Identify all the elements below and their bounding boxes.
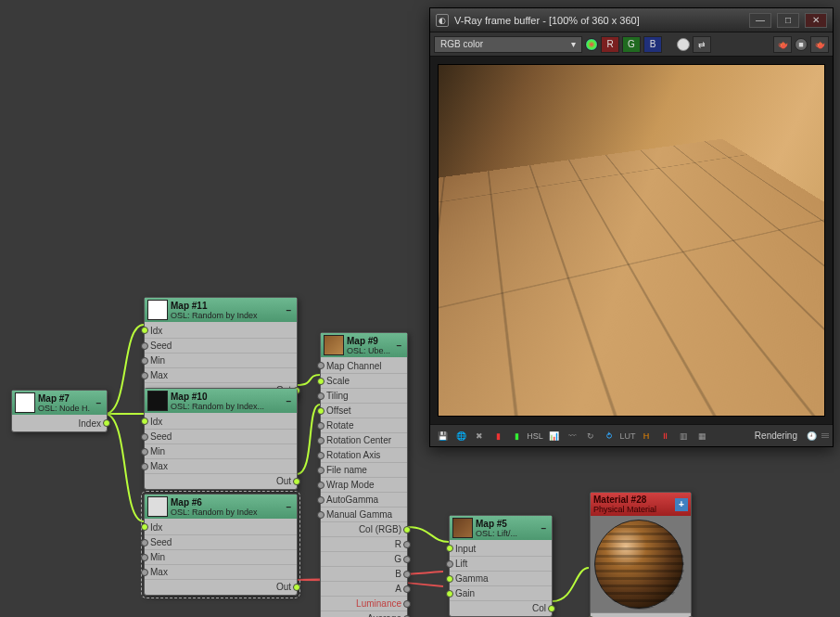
output-socket[interactable] [591,612,691,617]
input-socket[interactable]: Lift [450,556,552,571]
input-socket[interactable]: Max [145,458,297,473]
socket-label: Col [532,603,546,613]
input-socket[interactable]: Seed [145,429,297,443]
input-socket[interactable]: Offset [321,403,407,418]
input-socket[interactable]: Min [145,549,297,564]
node-header[interactable]: Map #7 OSL: Node H... – [12,391,107,415]
output-socket[interactable]: B [321,566,407,581]
input-socket[interactable]: Scale [321,373,407,388]
input-socket[interactable]: Seed [145,534,297,549]
input-socket[interactable]: Seed [145,338,297,353]
node-header[interactable]: Map #10 OSL: Random by Index... – [145,389,297,413]
close-button[interactable]: ✕ [805,13,827,28]
teapot-icon[interactable]: 🫖 [773,36,792,53]
node-map7[interactable]: Map #7 OSL: Node H... – Index [11,390,108,432]
node-map11[interactable]: Map #11 OSL: Random by Index – Idx Seed … [144,297,298,399]
lut-icon[interactable]: LUT [619,429,636,443]
maximize-button[interactable]: □ [777,13,799,28]
rgb-icon[interactable] [585,38,598,51]
green-bar-icon[interactable]: ▮ [508,429,525,443]
collapse-icon[interactable]: – [283,305,294,315]
input-socket[interactable]: Rotation Axis [321,447,407,462]
node-title: Map #11 [171,301,280,311]
input-socket[interactable]: Tiling [321,388,407,403]
render-viewport[interactable] [430,57,833,424]
node-header[interactable]: Map #5 OSL: Lift/... – [450,516,552,540]
input-socket[interactable]: Idx [145,414,297,429]
output-socket[interactable]: Out [145,473,297,488]
input-socket[interactable]: Input [450,541,552,556]
input-socket[interactable]: Rotate [321,418,407,432]
node-map9[interactable]: Map #9 OSL: Ube... – Map Channel Scale T… [320,332,408,617]
input-socket[interactable]: Wrap Mode [321,477,407,492]
output-socket[interactable]: Col [450,600,552,615]
input-socket[interactable]: Gamma [450,571,552,585]
grid-icon[interactable]: ▦ [694,429,710,443]
teapot-render-icon[interactable]: 🫖 [810,36,829,53]
output-socket[interactable]: A [321,581,407,596]
input-socket[interactable]: Min [145,353,297,367]
swap-button[interactable]: ⇄ [693,36,711,53]
output-socket[interactable]: Index [12,416,107,431]
red-bar-icon[interactable]: ▮ [490,429,506,443]
output-socket[interactable]: R [321,536,407,551]
window-titlebar[interactable]: ◐ V-Ray frame buffer - [100% of 360 x 36… [430,8,833,32]
red-channel-button[interactable]: R [601,36,619,53]
output-socket[interactable]: Col (RGB) [321,521,407,536]
input-socket[interactable]: File name [321,462,407,477]
expand-icon[interactable]: + [675,498,688,511]
node-material[interactable]: Material #28 Physical Material + [590,492,692,617]
output-socket[interactable]: G [321,551,407,566]
output-socket[interactable]: Out [145,579,297,594]
input-socket[interactable]: Idx [145,520,297,534]
input-socket[interactable]: Map Channel [321,358,407,373]
input-socket[interactable]: Max [145,367,297,382]
socket-label: Scale [326,376,350,386]
levels-icon[interactable]: 📊 [545,429,562,443]
hsl-icon[interactable]: HSL [527,429,543,443]
input-socket[interactable]: Rotation Center [321,432,407,447]
channel-dropdown[interactable]: RGB color▾ [434,36,582,53]
input-socket[interactable]: Manual Gamma [321,507,407,521]
input-socket[interactable]: Gain [450,585,552,600]
green-channel-button[interactable]: G [622,36,641,53]
input-socket[interactable]: Min [145,443,297,458]
node-subtitle: Physical Material [593,505,672,514]
output-socket[interactable]: Average [321,611,407,617]
collapse-icon[interactable]: – [283,502,294,512]
resize-grip[interactable] [821,433,829,438]
refresh-icon[interactable]: ↻ [582,429,599,443]
mono-button[interactable] [677,38,690,51]
socket-label: Max [150,567,168,577]
render-image [438,64,825,417]
clear-icon[interactable]: ✖ [471,429,488,443]
socket-label: File name [326,465,367,475]
pause-icon[interactable]: ⏸ [656,429,673,443]
node-map10[interactable]: Map #10 OSL: Random by Index... – Idx Se… [144,388,298,490]
collapse-icon[interactable]: – [538,523,549,533]
output-socket[interactable]: Luminance [321,596,407,611]
input-socket[interactable]: AutoGamma [321,492,407,507]
vray-frame-buffer-window[interactable]: ◐ V-Ray frame buffer - [100% of 360 x 36… [429,7,834,447]
h-icon[interactable]: H [638,429,655,443]
input-socket[interactable]: Max [145,564,297,579]
save-icon[interactable]: 💾 [434,429,451,443]
compare-icon[interactable]: ▥ [675,429,692,443]
link-icon[interactable]: ⥁ [601,429,617,443]
node-map6[interactable]: Map #6 OSL: Random by Index – Idx Seed M… [144,494,298,596]
collapse-icon[interactable]: – [393,341,404,351]
node-header[interactable]: Material #28 Physical Material + [591,493,691,516]
globe-icon[interactable]: 🌐 [452,429,469,443]
input-socket[interactable]: Idx [145,323,297,338]
blue-channel-button[interactable]: B [643,36,662,53]
node-header[interactable]: Map #9 OSL: Ube... – [321,333,407,357]
collapse-icon[interactable]: – [93,398,104,408]
collapse-icon[interactable]: – [283,396,294,406]
curves-icon[interactable]: 〰 [564,429,580,443]
node-header[interactable]: Map #6 OSL: Random by Index – [145,495,297,519]
node-header[interactable]: Map #11 OSL: Random by Index – [145,298,297,322]
stop-button[interactable]: ■ [795,38,808,51]
node-map5[interactable]: Map #5 OSL: Lift/... – Input Lift Gamma … [449,515,553,617]
history-icon[interactable]: 🕘 [803,429,820,443]
minimize-button[interactable]: — [749,13,771,28]
